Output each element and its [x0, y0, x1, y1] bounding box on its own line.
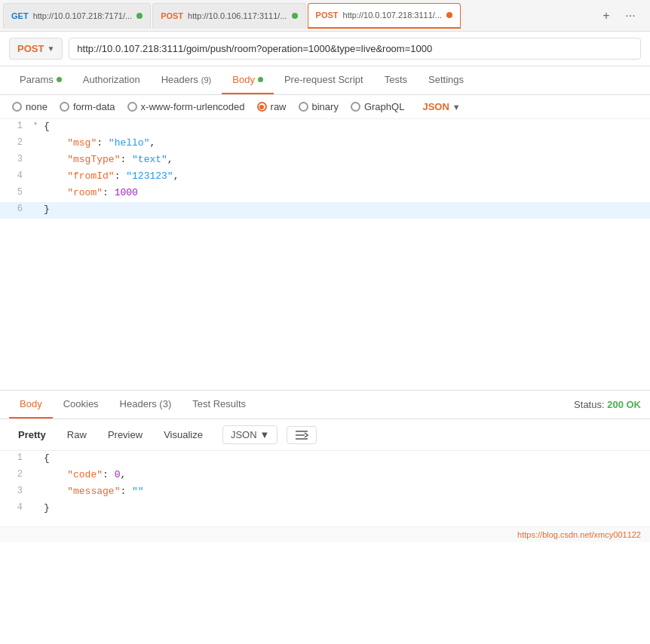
collapse-icon[interactable]: ▾: [30, 119, 41, 128]
fmt-pretty[interactable]: Pretty: [9, 425, 55, 444]
tab-headers[interactable]: Headers (9): [151, 66, 222, 94]
body-type-bar: none form-data x-www-form-urlencoded raw…: [0, 95, 650, 119]
json-format-select[interactable]: JSON ▼: [422, 101, 460, 112]
tab-tests[interactable]: Tests: [374, 66, 418, 94]
resp-tab-headers[interactable]: Headers (3): [109, 391, 182, 419]
radio-binary: [299, 102, 308, 112]
code-line-3: 3 "msgType": "text",: [0, 152, 650, 169]
tab1-url: http://10.0.107.218:7171/...: [33, 11, 133, 20]
method-select[interactable]: POST ▼: [9, 38, 63, 60]
tab3-url: http://10.0.107.218:3111/...: [343, 11, 443, 20]
status-badge: Status: 200 OK: [574, 396, 641, 413]
tab-settings[interactable]: Settings: [418, 66, 474, 94]
request-tab-2[interactable]: POST http://10.0.106.117:3111/...: [152, 3, 305, 29]
fmt-raw[interactable]: Raw: [58, 425, 96, 444]
response-format-bar: Pretty Raw Preview Visualize JSON ▼: [0, 419, 650, 451]
url-bar: POST ▼: [0, 32, 650, 66]
resp-tab-test-results[interactable]: Test Results: [182, 391, 256, 419]
tab-pre-request-script[interactable]: Pre-request Script: [274, 66, 374, 94]
tab-body[interactable]: Body: [222, 66, 274, 94]
tab-bar: GET http://10.0.107.218:7171/... POST ht…: [0, 0, 650, 32]
body-type-raw[interactable]: raw: [257, 101, 287, 112]
format-chevron-icon: ▼: [260, 429, 270, 440]
fmt-preview[interactable]: Preview: [99, 425, 152, 444]
tab3-status-dot: [446, 12, 452, 18]
resp-line-2: 2 "code": 0,: [0, 468, 650, 484]
footer: https://blog.csdn.net/xmcy001122: [0, 526, 650, 542]
radio-none: [12, 102, 22, 112]
body-type-urlencoded[interactable]: x-www-form-urlencoded: [127, 101, 245, 112]
tab1-status-dot: [136, 13, 143, 19]
code-line-2: 2 "msg": "hello",: [0, 136, 650, 152]
resp-tab-body[interactable]: Body: [9, 391, 53, 419]
request-tabs: Params Authorization Headers (9) Body Pr…: [0, 66, 650, 95]
body-type-graphql[interactable]: GraphQL: [351, 101, 404, 112]
tab-params[interactable]: Params: [9, 66, 72, 94]
response-section: Body Cookies Headers (3) Test Results St…: [0, 391, 650, 526]
code-line-4: 4 "fromId": "123123",: [0, 169, 650, 186]
request-body-editor[interactable]: 1 ▾ { 2 "msg": "hello", 3 "msgType": "te…: [0, 119, 650, 391]
tab2-status-dot: [292, 13, 298, 19]
format-select[interactable]: JSON ▼: [222, 425, 278, 444]
json-chevron-icon: ▼: [452, 103, 461, 112]
radio-form-data: [60, 102, 69, 112]
radio-graphql: [351, 102, 360, 112]
url-input[interactable]: [69, 38, 641, 60]
fmt-visualize[interactable]: Visualize: [155, 425, 212, 444]
params-dot: [57, 77, 62, 82]
resp-tab-cookies[interactable]: Cookies: [53, 391, 109, 419]
resp-line-3: 3 "message": "": [0, 484, 650, 501]
wrap-button[interactable]: [287, 426, 317, 444]
add-tab-button[interactable]: +: [596, 5, 617, 26]
code-line-1: 1 ▾ {: [0, 119, 650, 136]
footer-link[interactable]: https://blog.csdn.net/xmcy001122: [517, 530, 641, 539]
tab1-method: GET: [11, 11, 29, 20]
code-line-5: 5 "room": 1000: [0, 186, 650, 202]
response-body-editor: 1 { 2 "code": 0, 3 "message": "" 4 }: [0, 451, 650, 526]
request-tab-3[interactable]: POST http://10.0.107.218:3111/...: [308, 3, 461, 29]
body-type-none[interactable]: none: [12, 101, 48, 112]
request-tab-1[interactable]: GET http://10.0.107.218:7171/...: [3, 3, 151, 29]
tab-actions: + ···: [596, 5, 647, 26]
more-tabs-button[interactable]: ···: [620, 5, 641, 26]
body-type-binary[interactable]: binary: [299, 101, 339, 112]
method-chevron-icon: ▼: [47, 44, 54, 53]
radio-urlencoded: [127, 102, 137, 112]
method-label: POST: [17, 43, 44, 54]
tab-authorization[interactable]: Authorization: [72, 66, 151, 94]
tab2-url: http://10.0.106.117:3111/...: [188, 11, 287, 20]
tab2-method: POST: [161, 11, 183, 20]
body-type-form-data[interactable]: form-data: [60, 101, 115, 112]
body-dot: [258, 77, 263, 82]
resp-line-4: 4 }: [0, 501, 650, 517]
status-value: 200 OK: [607, 399, 641, 410]
resp-line-1: 1 {: [0, 451, 650, 468]
radio-raw: [257, 102, 267, 112]
tab3-method: POST: [316, 11, 339, 20]
response-tabs-bar: Body Cookies Headers (3) Test Results St…: [0, 391, 650, 419]
code-line-6: 6 }: [0, 202, 650, 219]
